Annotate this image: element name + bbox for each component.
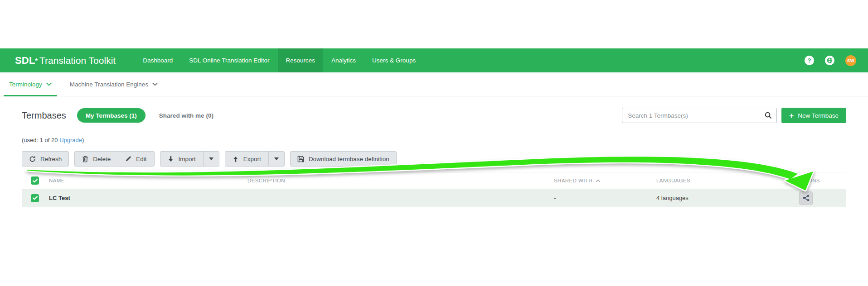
nav-label: Resources (286, 57, 315, 64)
new-termbase-button[interactable]: + New Termbase (781, 108, 846, 123)
app-logo[interactable]: SDL* Translation Toolkit (0, 48, 135, 72)
termbase-languages-cell: 4 languages (653, 195, 792, 201)
import-dropdown-caret[interactable] (203, 152, 219, 166)
usage-text-close: ) (82, 137, 84, 143)
share-icon (803, 195, 810, 201)
resources-subnav: Terminology Machine Translation Engines (0, 72, 868, 96)
main-content: Termbases My Termbases (1) Shared with m… (0, 96, 868, 207)
export-button[interactable]: Export (225, 152, 268, 166)
nav-label: Analytics (331, 57, 356, 64)
share-button[interactable] (799, 191, 813, 205)
column-label: NAME (49, 178, 65, 183)
download-definition-button[interactable]: Download termbase definition (290, 151, 397, 167)
user-avatar[interactable]: SW (845, 55, 856, 66)
arrow-down-icon (168, 156, 174, 162)
nav-item-dashboard[interactable]: Dashboard (135, 48, 181, 72)
termbase-search (622, 108, 777, 123)
termbase-toolbar: Refresh Delete Edit Import (22, 151, 846, 167)
trash-icon (82, 156, 88, 162)
header-actions: + New Termbase (622, 108, 846, 123)
sort-ascending-icon (596, 179, 601, 182)
refresh-icon (29, 156, 36, 162)
column-label: DESCRIPTION (247, 178, 285, 183)
nav-item-online-editor[interactable]: SDL Online Translation Editor (181, 48, 277, 72)
language-globe-icon[interactable] (825, 56, 834, 65)
caret-down-icon (209, 157, 213, 160)
column-label: SHARED WITH (554, 178, 592, 183)
nav-item-users-groups[interactable]: Users & Groups (364, 48, 424, 72)
nav-label: SDL Online Translation Editor (189, 57, 269, 64)
refresh-button[interactable]: Refresh (22, 151, 69, 167)
nav-label: Users & Groups (372, 57, 416, 64)
column-label: ACTIONS (795, 178, 820, 183)
termbase-actions-cell (792, 191, 846, 205)
delete-label: Delete (93, 156, 111, 162)
my-termbases-tab[interactable]: My Termbases (1) (77, 108, 145, 123)
row-checkbox[interactable] (31, 194, 39, 202)
column-header-shared-with[interactable]: SHARED WITH (550, 178, 653, 183)
column-header-actions: ACTIONS (792, 178, 846, 183)
termbase-shared-with-cell: - (550, 195, 653, 201)
topbar-right-icons: ? SW (805, 48, 868, 72)
import-button[interactable]: Import (160, 152, 203, 166)
page-title: Termbases (22, 110, 66, 121)
avatar-initials: SW (847, 58, 854, 63)
help-icon[interactable]: ? (805, 56, 814, 65)
app-window: SDL* Translation Toolkit Dashboard SDL O… (0, 0, 868, 286)
import-split-button: Import (160, 151, 219, 167)
nav-item-resources[interactable]: Resources (278, 48, 324, 72)
header-checkbox-cell (22, 176, 45, 185)
column-header-description[interactable]: DESCRIPTION (244, 178, 550, 183)
chevron-down-icon (46, 82, 52, 86)
logo-product-name: Translation Toolkit (39, 55, 116, 66)
subnav-label: Terminology (9, 81, 42, 88)
search-icon[interactable] (765, 112, 772, 119)
column-header-name[interactable]: NAME (45, 178, 244, 183)
upgrade-link[interactable]: Upgrade (59, 137, 82, 143)
delete-button[interactable]: Delete (75, 152, 118, 166)
new-termbase-label: New Termbase (798, 112, 839, 119)
termbase-name-cell[interactable]: LC Test (45, 195, 244, 201)
page-header: Termbases My Termbases (1) Shared with m… (22, 108, 846, 123)
shared-with-me-tab[interactable]: Shared with me (0) (159, 112, 213, 119)
subnav-item-mt-engines[interactable]: Machine Translation Engines (64, 72, 163, 96)
download-label: Download termbase definition (309, 156, 389, 162)
edit-button[interactable]: Edit (118, 152, 154, 166)
usage-info: (used: 1 of 20 Upgrade) (22, 137, 846, 143)
table-row[interactable]: LC Test - 4 languages (22, 189, 846, 207)
export-split-button: Export (225, 151, 285, 167)
logo-sdl: SDL (15, 55, 35, 67)
termbase-table: NAME DESCRIPTION SHARED WITH LANGUAGES A… (22, 172, 846, 207)
table-header-row: NAME DESCRIPTION SHARED WITH LANGUAGES A… (22, 172, 846, 189)
nav-item-analytics[interactable]: Analytics (323, 48, 364, 72)
save-icon (297, 156, 304, 162)
search-input[interactable] (628, 112, 765, 119)
nav-label: Dashboard (143, 57, 173, 64)
usage-text: (used: 1 of 20 (22, 137, 59, 143)
check-icon (33, 179, 38, 183)
chevron-down-icon (152, 82, 158, 86)
import-label: Import (179, 156, 196, 162)
export-dropdown-caret[interactable] (268, 152, 284, 166)
column-header-languages[interactable]: LANGUAGES (653, 178, 792, 183)
subnav-item-terminology[interactable]: Terminology (4, 72, 57, 96)
delete-edit-group: Delete Edit (74, 151, 154, 167)
check-icon (33, 196, 38, 200)
select-all-checkbox[interactable] (31, 176, 39, 185)
row-checkbox-cell (22, 194, 45, 202)
help-glyph: ? (808, 57, 811, 64)
edit-label: Edit (136, 156, 146, 162)
caret-down-icon (274, 157, 279, 160)
top-navbar: SDL* Translation Toolkit Dashboard SDL O… (0, 48, 868, 72)
refresh-label: Refresh (40, 156, 62, 162)
column-label: LANGUAGES (656, 178, 690, 183)
plus-icon: + (789, 112, 794, 119)
main-nav: Dashboard SDL Online Translation Editor … (135, 48, 424, 72)
subnav-label: Machine Translation Engines (70, 81, 148, 88)
export-label: Export (243, 156, 261, 162)
arrow-up-icon (233, 156, 239, 162)
pencil-icon (125, 156, 131, 162)
